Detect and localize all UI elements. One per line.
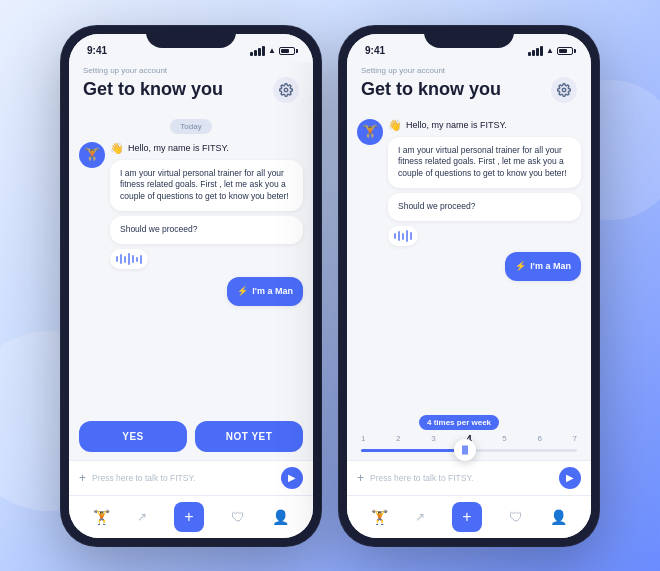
nav-add-right[interactable]: +: [452, 502, 482, 532]
signal-bar-r2: [532, 50, 535, 56]
wave-bar-5: [132, 255, 134, 263]
send-button-left[interactable]: ▶: [281, 467, 303, 489]
question-bubble-left: Should we proceed?: [110, 216, 303, 244]
phone-inner-left: 9:41 ▲ Setting up your account: [69, 34, 313, 538]
wave-bar-3: [124, 256, 126, 263]
phone-inner-right: 9:41 ▲ Setting up your account: [347, 34, 591, 538]
wave-bar-7: [140, 255, 142, 264]
setting-label-right: Setting up your account: [361, 66, 577, 75]
input-plus-right[interactable]: +: [357, 471, 364, 485]
bot-avatar-right: 🏋️: [357, 119, 383, 145]
nav-user-left[interactable]: 👤: [272, 509, 289, 525]
slider-tooltip: 4 times per week: [419, 415, 499, 430]
nav-add-left[interactable]: +: [174, 502, 204, 532]
nav-fitness-left[interactable]: 🏋️: [93, 509, 110, 525]
bot-msg-row-right: 🏋️ 👋 Hello, my name is FITSY. I am your …: [357, 119, 581, 247]
user-bubble-left: ⚡ I'm a Man: [227, 277, 303, 306]
slider-num-1: 1: [361, 434, 365, 445]
input-bar-right: + Press here to talk to FITSY. ▶: [347, 460, 591, 495]
nav-user-right[interactable]: 👤: [550, 509, 567, 525]
bot-messages-left: 👋 Hello, my name is FITSY. I am your vir…: [110, 142, 303, 270]
input-placeholder-right[interactable]: Press here to talk to FITSY.: [370, 473, 553, 483]
user-bubble-icon-left: ⚡: [237, 285, 248, 298]
slider-thumb[interactable]: [454, 439, 476, 461]
slider-num-2: 2: [396, 434, 400, 445]
user-bubble-text-left: I'm a Man: [252, 285, 293, 298]
battery-fill-left: [281, 49, 289, 53]
bottom-nav-left: 🏋️ ↗ + 🛡 👤: [69, 495, 313, 538]
greeting-emoji-left: 👋: [110, 142, 124, 155]
main-bubble-right: I am your virtual personal trainer for a…: [388, 137, 581, 189]
wave-bar-r2: [398, 231, 400, 241]
wave-bar-2: [120, 254, 122, 264]
slider-fill: [361, 449, 465, 452]
slider-area-right: 4 times per week 1 2 3 4 5 6 7: [347, 407, 591, 460]
input-bar-left: + Press here to talk to FITSY. ▶: [69, 460, 313, 495]
phone-notch-right: [424, 26, 514, 48]
input-placeholder-left[interactable]: Press here to talk to FITSY.: [92, 473, 275, 483]
greeting-msg-right: 👋 Hello, my name is FITSY.: [388, 119, 581, 132]
phone-notch-left: [146, 26, 236, 48]
wave-bar-r3: [402, 233, 404, 240]
phone-left: 9:41 ▲ Setting up your account: [61, 26, 321, 546]
nav-activity-right[interactable]: ↗: [415, 510, 425, 524]
nav-fitness-right[interactable]: 🏋️: [371, 509, 388, 525]
status-time-right: 9:41: [365, 45, 385, 56]
audio-wave-left: [110, 249, 148, 269]
chat-area-left: Today 🏋️ 👋 Hello, my name is FITSY. I am…: [69, 111, 313, 421]
greeting-emoji-right: 👋: [388, 119, 402, 132]
question-bubble-right: Should we proceed?: [388, 193, 581, 221]
user-bubble-icon-right: ⚡: [515, 260, 526, 273]
signal-bar-r3: [536, 48, 539, 56]
chat-area-right: 🏋️ 👋 Hello, my name is FITSY. I am your …: [347, 111, 591, 407]
settings-button-right[interactable]: [551, 77, 577, 103]
signal-bar-2: [254, 50, 257, 56]
nav-activity-left[interactable]: ↗: [137, 510, 147, 524]
audio-wave-right: [388, 226, 418, 246]
date-badge-left: Today: [170, 119, 211, 134]
slider-num-6: 6: [537, 434, 541, 445]
status-time-left: 9:41: [87, 45, 107, 56]
user-bubble-row-left: ⚡ I'm a Man: [79, 277, 303, 306]
input-plus-left[interactable]: +: [79, 471, 86, 485]
slider-num-5: 5: [502, 434, 506, 445]
app-header-left: Setting up your account Get to know you: [69, 62, 313, 111]
greeting-msg-left: 👋 Hello, my name is FITSY.: [110, 142, 303, 155]
app-title-left: Get to know you: [83, 79, 223, 100]
wave-bar-1: [116, 256, 118, 262]
header-row-right: Get to know you: [361, 77, 577, 103]
bot-avatar-emoji-right: 🏋️: [362, 124, 378, 139]
nav-shield-right[interactable]: 🛡: [509, 509, 523, 525]
slider-num-3: 3: [431, 434, 435, 445]
bot-msg-row-left: 🏋️ 👋 Hello, my name is FITSY. I am your …: [79, 142, 303, 270]
battery-left: [279, 47, 295, 55]
slider-num-7: 7: [572, 434, 576, 445]
greeting-text-left: Hello, my name is FITSY.: [128, 143, 229, 153]
wave-bar-r1: [394, 233, 396, 239]
signal-bar-1: [250, 52, 253, 56]
status-icons-right: ▲: [528, 46, 573, 56]
not-yet-button[interactable]: NOT YET: [195, 421, 303, 452]
slider-track[interactable]: [361, 449, 577, 452]
wave-bar-r5: [410, 232, 412, 240]
nav-shield-left[interactable]: 🛡: [231, 509, 245, 525]
app-header-right: Setting up your account Get to know you: [347, 62, 591, 111]
battery-right: [557, 47, 573, 55]
header-row-left: Get to know you: [83, 77, 299, 103]
signal-bar-r4: [540, 46, 543, 56]
action-buttons-left: YES NOT YET: [69, 421, 313, 460]
yes-button[interactable]: YES: [79, 421, 187, 452]
phone-right: 9:41 ▲ Setting up your account: [339, 26, 599, 546]
wave-bar-r4: [406, 230, 408, 242]
wifi-icon-right: ▲: [546, 46, 554, 55]
main-bubble-left: I am your virtual personal trainer for a…: [110, 160, 303, 212]
settings-button-left[interactable]: [273, 77, 299, 103]
wave-bar-6: [136, 257, 138, 262]
svg-point-0: [284, 88, 288, 92]
app-title-right: Get to know you: [361, 79, 501, 100]
bot-avatar-left: 🏋️: [79, 142, 105, 168]
signal-bar-3: [258, 48, 261, 56]
send-button-right[interactable]: ▶: [559, 467, 581, 489]
user-bubble-row-right: ⚡ I'm a Man: [357, 252, 581, 281]
wave-bar-4: [128, 253, 130, 265]
